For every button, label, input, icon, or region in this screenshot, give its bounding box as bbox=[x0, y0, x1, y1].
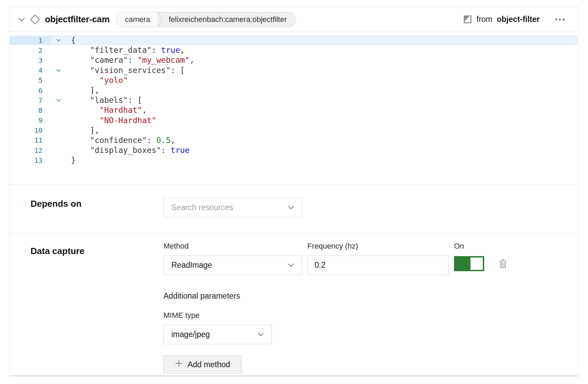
capture-on-toggle[interactable] bbox=[454, 256, 484, 271]
code-line[interactable]: 2 "filter_data": true, bbox=[10, 45, 578, 55]
ellipsis-icon bbox=[555, 18, 565, 21]
line-number: 1 bbox=[10, 36, 51, 45]
data-capture-heading: Data capture bbox=[30, 242, 163, 256]
component-card: objectfilter-cam camera felixreichenbach… bbox=[10, 7, 578, 376]
code-line[interactable]: 1{ bbox=[10, 35, 578, 45]
code-line[interactable]: 13} bbox=[10, 155, 578, 165]
module-icon bbox=[463, 15, 472, 24]
depends-on-heading: Depends on bbox=[30, 198, 163, 209]
add-method-label: Add method bbox=[187, 360, 230, 369]
method-value: ReadImage bbox=[171, 261, 212, 270]
code-line[interactable]: 4 "vision_services": [ bbox=[10, 65, 578, 75]
line-number: 12 bbox=[10, 146, 51, 155]
line-number: 13 bbox=[10, 156, 51, 165]
line-number: 6 bbox=[10, 86, 51, 95]
code-text[interactable]: ], bbox=[66, 85, 578, 95]
code-line[interactable]: 7 "labels": [ bbox=[10, 95, 578, 105]
from-label: from bbox=[477, 15, 492, 24]
from-module-name: object-filter bbox=[497, 15, 540, 24]
badge-model-label: felixreichenbach:camera:objectfilter bbox=[163, 12, 296, 27]
code-text[interactable]: "Hardhat", bbox=[66, 105, 578, 115]
code-lines: 1{2 "filter_data": true,3 "camera": "my_… bbox=[10, 35, 578, 165]
fold-chevron-icon[interactable] bbox=[51, 69, 66, 72]
on-label: On bbox=[454, 242, 507, 251]
code-line[interactable]: 10 ], bbox=[10, 125, 578, 135]
code-text[interactable]: "yolo" bbox=[66, 75, 578, 85]
component-title: objectfilter-cam bbox=[45, 14, 110, 25]
code-text[interactable]: "camera": "my_webcam", bbox=[66, 55, 578, 65]
depends-on-search-select[interactable]: Search resources bbox=[163, 198, 302, 217]
code-text[interactable]: ], bbox=[66, 125, 578, 135]
data-capture-section: Data capture Method ReadImage Frequency … bbox=[10, 233, 578, 384]
delete-method-button[interactable] bbox=[499, 259, 507, 268]
add-method-button[interactable]: Add method bbox=[163, 355, 242, 374]
line-number: 11 bbox=[10, 136, 51, 144]
frequency-value: 0.2 bbox=[315, 261, 326, 270]
chevron-down-icon bbox=[288, 263, 294, 267]
json-config-editor[interactable]: 1{2 "filter_data": true,3 "camera": "my_… bbox=[10, 32, 578, 184]
code-text[interactable]: { bbox=[66, 35, 578, 45]
code-line[interactable]: 9 "NO-Hardhat" bbox=[10, 116, 578, 125]
code-text[interactable]: } bbox=[66, 155, 578, 165]
frequency-label: Frequency (hz) bbox=[307, 242, 449, 251]
badge-type-label: camera bbox=[117, 12, 158, 27]
line-number: 3 bbox=[10, 56, 51, 64]
frequency-input[interactable]: 0.2 bbox=[307, 255, 449, 275]
code-line[interactable]: 3 "camera": "my_webcam", bbox=[10, 55, 578, 65]
code-text[interactable]: "confidence": 0.5, bbox=[66, 135, 578, 145]
line-number: 2 bbox=[10, 46, 51, 55]
method-label: Method bbox=[163, 242, 302, 251]
chevron-down-icon bbox=[258, 333, 264, 336]
code-text[interactable]: "display_boxes": true bbox=[66, 145, 578, 155]
code-line[interactable]: 11 "confidence": 0.5, bbox=[10, 135, 578, 145]
method-select[interactable]: ReadImage bbox=[163, 255, 302, 275]
from-module-link[interactable]: from object-filter bbox=[463, 15, 540, 24]
line-number: 9 bbox=[10, 116, 51, 124]
code-line[interactable]: 12 "display_boxes": true bbox=[10, 145, 578, 155]
line-number: 5 bbox=[10, 76, 51, 84]
component-type-badge: camera felixreichenbach:camera:objectfil… bbox=[117, 12, 296, 27]
component-diamond-icon bbox=[29, 14, 41, 25]
line-number: 4 bbox=[10, 66, 51, 74]
code-line[interactable]: 6 ], bbox=[10, 85, 578, 95]
code-text[interactable]: "vision_services": [ bbox=[66, 65, 578, 75]
code-line[interactable]: 5 "yolo" bbox=[10, 75, 578, 85]
ellipsis-menu-button[interactable] bbox=[555, 18, 565, 21]
chevron-down-icon bbox=[288, 206, 294, 209]
line-number: 7 bbox=[10, 96, 51, 105]
mime-type-value: image/jpeg bbox=[171, 330, 210, 339]
badge-separator-chevron-icon bbox=[158, 12, 163, 27]
fold-chevron-icon[interactable] bbox=[51, 99, 66, 102]
trash-icon bbox=[499, 259, 507, 268]
fold-chevron-icon[interactable] bbox=[51, 39, 66, 42]
additional-parameters-label: Additional parameters bbox=[163, 291, 558, 301]
search-resources-placeholder: Search resources bbox=[171, 203, 233, 212]
plus-icon bbox=[175, 360, 183, 369]
mime-type-select[interactable]: image/jpeg bbox=[163, 325, 272, 344]
code-text[interactable]: "labels": [ bbox=[66, 95, 578, 105]
line-number: 8 bbox=[10, 106, 51, 115]
collapse-chevron-icon[interactable] bbox=[17, 15, 26, 24]
line-number: 10 bbox=[10, 126, 51, 134]
mime-type-label: MIME type bbox=[163, 311, 558, 320]
depends-on-section: Depends on Search resources bbox=[10, 184, 578, 233]
toggle-knob bbox=[470, 257, 483, 270]
code-text[interactable]: "filter_data": true, bbox=[66, 45, 578, 55]
code-line[interactable]: 8 "Hardhat", bbox=[10, 105, 578, 115]
component-header: objectfilter-cam camera felixreichenbach… bbox=[10, 7, 578, 32]
code-text[interactable]: "NO-Hardhat" bbox=[66, 116, 578, 125]
